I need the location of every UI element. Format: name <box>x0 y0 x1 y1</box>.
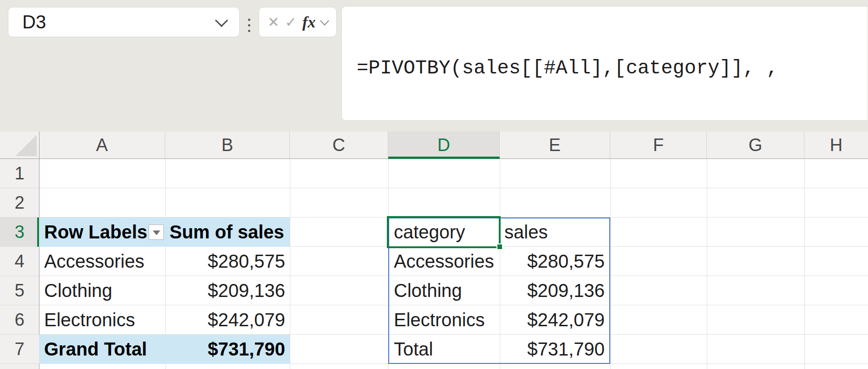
formula-bar[interactable]: =PIVOTBY(sales[[#All],[category]], , sal… <box>341 6 868 121</box>
cancel-icon[interactable]: ✕ <box>268 15 279 29</box>
excel-window: D3 ✕ ✓ fx =PIVOTBY(sales[[#All],[categor… <box>0 0 868 369</box>
cell-b5[interactable]: $209,136 <box>165 276 290 305</box>
row-header-3-selected[interactable]: 3 <box>0 217 39 247</box>
row-header-1[interactable]: 1 <box>0 159 39 188</box>
cell-d4[interactable]: Accessories <box>394 247 498 276</box>
cell-e7-total-value[interactable]: $731,790 <box>500 335 605 364</box>
triangle-down-icon <box>153 231 160 235</box>
cell-d5[interactable]: Clothing <box>394 276 498 305</box>
cell-e5[interactable]: $209,136 <box>500 276 605 305</box>
row-header-4[interactable]: 4 <box>0 247 39 276</box>
selected-column-accent <box>388 157 500 159</box>
column-header-g[interactable]: G <box>707 132 804 159</box>
insert-function-icon[interactable]: fx <box>302 14 315 30</box>
name-box-value: D3 <box>8 12 217 33</box>
select-all-corner[interactable] <box>0 132 39 159</box>
cell-b4[interactable]: $280,575 <box>165 247 290 276</box>
cell-b7-grand-total-value[interactable]: $731,790 <box>165 335 290 364</box>
cell-a5[interactable]: Clothing <box>39 276 165 305</box>
column-header-c[interactable]: C <box>290 132 388 159</box>
enter-icon[interactable]: ✓ <box>285 15 297 29</box>
chevron-down-icon[interactable] <box>215 13 228 26</box>
cell-a7-grand-total[interactable]: Grand Total <box>39 335 165 364</box>
row-header-6[interactable]: 6 <box>0 305 39 335</box>
cell-e3[interactable]: sales <box>504 217 608 247</box>
cell-a4[interactable]: Accessories <box>39 247 165 276</box>
cell-a3-row-labels[interactable]: Row Labels <box>39 217 165 247</box>
cell-e4[interactable]: $280,575 <box>500 247 605 276</box>
column-header-b[interactable]: B <box>165 132 290 159</box>
select-all-triangle-icon <box>15 135 37 156</box>
column-header-e[interactable]: E <box>500 132 610 159</box>
row-header-2[interactable]: 2 <box>0 188 39 217</box>
cell-d7-total[interactable]: Total <box>394 335 498 364</box>
row-header-5[interactable]: 5 <box>0 276 39 305</box>
cell-e6[interactable]: $242,079 <box>500 305 605 335</box>
cell-a6[interactable]: Electronics <box>39 305 165 335</box>
row-header-7[interactable]: 7 <box>0 335 39 364</box>
cell-b6[interactable]: $242,079 <box>165 305 290 335</box>
formula-bar-splitter[interactable] <box>247 19 251 32</box>
column-header-h[interactable]: H <box>804 132 868 159</box>
column-header-a[interactable]: A <box>39 132 165 159</box>
chevron-down-icon[interactable] <box>320 16 329 26</box>
column-header-d-selected[interactable]: D <box>388 132 500 159</box>
formula-line-1: =PIVOTBY(sales[[#All],[category]], , <box>357 54 868 83</box>
formula-toolbar: ✕ ✓ fx <box>259 7 337 37</box>
filter-dropdown-button[interactable] <box>149 224 164 240</box>
column-header-f[interactable]: F <box>610 132 707 159</box>
name-box[interactable]: D3 <box>8 7 240 37</box>
fill-handle[interactable] <box>496 244 503 250</box>
cell-b3-sum-of-sales[interactable]: Sum of sales <box>165 217 290 247</box>
cell-d3-active[interactable]: category <box>394 217 498 247</box>
cell-d6[interactable]: Electronics <box>394 305 498 335</box>
